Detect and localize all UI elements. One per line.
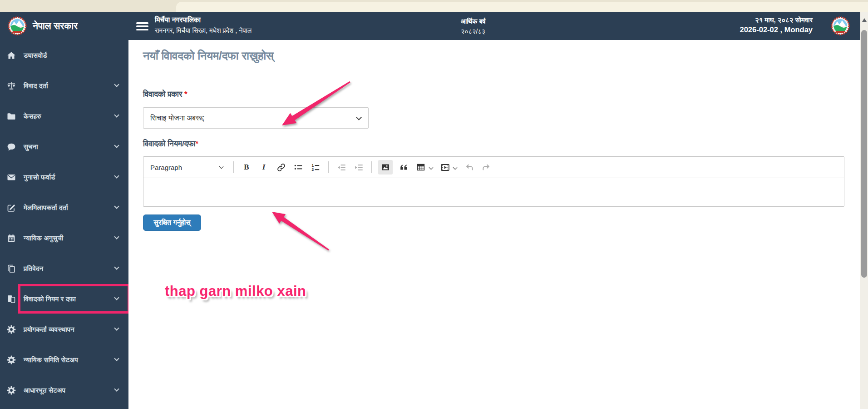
chevron-down-icon	[114, 325, 119, 330]
table-icon	[416, 163, 425, 172]
bold-button[interactable]: B	[240, 161, 253, 174]
sidebar-item-basic-setup[interactable]: आधारभूत सेटअप	[0, 375, 128, 405]
municipality-block: मिर्चैया नगरपालिका रामनगर, मिर्चैया सिरह…	[155, 16, 252, 35]
insert-media-button[interactable]	[439, 161, 451, 174]
gear-icon	[6, 325, 17, 334]
sidebar-item-dispute-registration[interactable]: विवाद दर्ता	[0, 70, 128, 101]
top-navbar: नेपाल सरकार मिर्चैया नगरपालिका रामनगर, म…	[0, 12, 860, 40]
save-button[interactable]: सुरक्षित गर्नुहोस्	[143, 214, 201, 231]
paragraph-style-dropdown[interactable]: Paragraph	[150, 164, 223, 171]
image-icon	[381, 163, 390, 172]
chevron-down-icon	[114, 264, 119, 269]
sidebar-item-label: सुचना	[24, 143, 38, 151]
fiscal-year-block: आर्थिक बर्ष २०८२/८३	[461, 16, 485, 37]
brand-home-link[interactable]: नेपाल सरकार	[7, 12, 78, 40]
italic-button[interactable]: I	[257, 161, 270, 174]
annotation-arrow-to-editor	[269, 208, 332, 254]
sidebar-item-reports[interactable]: प्रतिवेदन	[0, 253, 128, 284]
annotation-text: thap garn milko xain	[165, 283, 306, 299]
insert-image-button[interactable]	[378, 160, 393, 175]
scrollbar-up-arrow-icon[interactable]	[862, 18, 867, 22]
dispute-rule-label: विवादको नियम/दफा*	[143, 140, 198, 149]
chevron-down-icon	[114, 143, 119, 148]
chevron-down-icon	[114, 356, 119, 361]
redo-button[interactable]	[480, 161, 493, 174]
required-asterisk: *	[184, 90, 187, 99]
rich-text-editor: Paragraph B I 1 2	[143, 156, 844, 207]
sidebar-item-label: विवादको नियम र दफा	[24, 295, 76, 303]
dispute-type-label: विवादको प्रकार *	[143, 90, 187, 99]
sidebar-item-cases[interactable]: केसहरु	[0, 101, 128, 131]
sidebar-item-grievance-forward[interactable]: गुनासो फर्वार्ड	[0, 162, 128, 192]
scrollbar-thumb[interactable]	[861, 30, 867, 278]
sidebar-item-label: केसहरु	[24, 112, 41, 120]
outdent-icon	[337, 163, 346, 172]
comment-icon	[6, 142, 17, 151]
sidebar-item-notice[interactable]: सुचना	[0, 131, 128, 162]
window-top-strip-tab	[176, 2, 868, 12]
redo-icon	[482, 163, 491, 172]
annotation-arrow-to-select	[278, 78, 355, 129]
calendar-icon	[6, 234, 17, 243]
editor-toolbar: Paragraph B I 1 2	[143, 157, 844, 178]
sidebar-item-label: प्रयोगकर्ता व्यवस्थापन	[24, 325, 74, 334]
chevron-down-icon	[114, 295, 119, 300]
numbered-list-button[interactable]: 1 2	[309, 161, 322, 174]
folder-icon	[6, 112, 17, 121]
sidebar-item-label: आधारभूत सेटअप	[24, 386, 65, 394]
municipality-address: रामनगर, मिर्चैया सिरहा, मधेश प्रदेश , ने…	[155, 27, 252, 35]
bulleted-list-button[interactable]	[292, 161, 305, 174]
gear-icon	[6, 355, 17, 364]
indent-button[interactable]	[352, 161, 365, 174]
chevron-down-icon	[219, 165, 224, 169]
block-quote-button[interactable]	[397, 161, 410, 174]
chevron-down-icon	[114, 112, 119, 117]
edit-icon	[6, 203, 17, 212]
municipality-name: मिर्चैया नगरपालिका	[155, 16, 252, 24]
outdent-button[interactable]	[335, 161, 348, 174]
toolbar-separator	[371, 161, 372, 173]
fiscal-year-label: आर्थिक बर्ष	[461, 16, 485, 26]
media-chevron-down-icon[interactable]	[453, 165, 458, 170]
select-chevron-down-icon	[356, 115, 362, 120]
bulleted-list-icon	[294, 163, 303, 172]
sidebar-item-dashboard[interactable]: ड्यासवोर्ड	[0, 40, 128, 70]
table-chevron-down-icon[interactable]	[429, 165, 434, 170]
link-button[interactable]	[275, 161, 287, 174]
file-icon	[6, 294, 17, 304]
sidebar-item-label: गुनासो फर्वार्ड	[24, 173, 55, 181]
numbered-list-icon: 1 2	[311, 163, 320, 172]
paragraph-style-label: Paragraph	[150, 164, 182, 171]
chevron-down-icon	[114, 204, 119, 209]
hamburger-menu-icon[interactable]	[136, 22, 148, 32]
toolbar-separator	[233, 161, 234, 173]
sidebar-item-mediator-registration[interactable]: मेलमिलापकर्ता दर्ता	[0, 192, 128, 223]
link-icon	[276, 163, 286, 172]
sidebar-item-judicial-committee-setup[interactable]: न्यायिक समिति सेटअप	[0, 344, 128, 375]
sidebar-item-user-management[interactable]: प्रयोगकर्ता व्यवस्थापन	[0, 314, 128, 344]
indent-icon	[354, 163, 364, 172]
sidebar-item-judicial-schedule[interactable]: न्यायिक अनुसुची	[0, 223, 128, 253]
chevron-down-icon	[114, 234, 119, 239]
window-top-strip	[0, 0, 868, 12]
gear-icon	[6, 386, 17, 395]
vertical-scrollbar[interactable]	[860, 12, 868, 409]
bold-icon: B	[244, 163, 249, 172]
sidebar: ड्यासवोर्ड विवाद दर्ता केसहरु सुचना	[0, 40, 128, 409]
undo-button[interactable]	[463, 161, 475, 174]
chevron-down-icon	[114, 82, 119, 87]
home-icon	[6, 51, 17, 60]
sidebar-item-label: न्यायिक अनुसुची	[24, 234, 63, 242]
insert-table-button[interactable]	[414, 161, 427, 174]
nepal-emblem-icon	[7, 16, 27, 36]
report-icon	[6, 264, 17, 273]
page-title: नयाँ विावदको नियम/दफा राख्नुहोस्	[143, 49, 274, 63]
required-asterisk: *	[196, 140, 199, 148]
editor-content-area[interactable]	[143, 178, 844, 206]
italic-icon: I	[262, 163, 266, 172]
sidebar-item-label: ड्यासवोर्ड	[24, 51, 47, 60]
sidebar-item-dispute-rules[interactable]: विवादको नियम र दफा	[0, 284, 128, 314]
toolbar-separator	[328, 161, 329, 173]
chevron-down-icon	[114, 173, 119, 178]
sidebar-item-label: मेलमिलापकर्ता दर्ता	[24, 204, 68, 212]
